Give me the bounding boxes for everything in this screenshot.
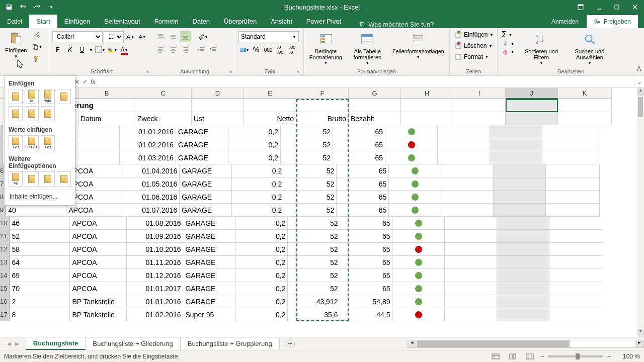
cell[interactable] (558, 112, 612, 125)
fill-color-button[interactable]: ▼ (107, 44, 118, 55)
redo-button[interactable] (32, 2, 42, 12)
cell[interactable]: Zweck (135, 112, 192, 125)
cell[interactable]: 0,2 (232, 191, 284, 204)
cell[interactable]: 52 (281, 151, 333, 164)
cell[interactable] (401, 112, 453, 125)
cell[interactable]: 52 (288, 230, 340, 243)
increase-font-button[interactable]: A▲ (125, 31, 136, 42)
cell[interactable]: 65 (337, 191, 389, 204)
cell[interactable]: 0,2 (232, 164, 284, 177)
cell[interactable] (445, 308, 497, 321)
thousands-format-button[interactable]: 000 (263, 44, 274, 55)
share-button[interactable]: Freigeben (587, 15, 638, 28)
underline-button[interactable]: U (76, 44, 88, 55)
cell[interactable] (542, 151, 596, 164)
accounting-format-button[interactable]: 💶▼ (238, 44, 250, 55)
row-header[interactable]: 12 (0, 243, 10, 256)
tab-daten[interactable]: Daten (185, 15, 217, 28)
cell[interactable] (392, 308, 445, 321)
conditional-formatting-button[interactable]: Bedingte Formatierung▼ (306, 30, 346, 66)
cell[interactable]: 01.05.2016 (123, 177, 180, 191)
cell[interactable]: 0,2 (228, 151, 281, 164)
cell[interactable] (497, 230, 549, 243)
cell[interactable] (453, 112, 506, 125)
number-dialog-launcher[interactable]: ⬊ (295, 69, 300, 74)
format-painter-button[interactable] (31, 53, 43, 64)
cell[interactable] (385, 125, 438, 138)
decrease-font-button[interactable]: A▼ (137, 31, 148, 42)
cell[interactable]: 65 (340, 243, 392, 256)
cell[interactable] (349, 99, 401, 112)
cell[interactable] (441, 164, 494, 177)
cell[interactable]: 52 (288, 269, 340, 282)
paste-transpose-icon[interactable] (41, 106, 55, 121)
cell[interactable]: Ust (192, 112, 244, 125)
paste-keep-source-fmt-icon[interactable] (57, 89, 71, 104)
cell[interactable]: BP Tankstelle (70, 295, 127, 308)
cell[interactable]: 0,2 (235, 269, 288, 282)
autosum-button[interactable]: Σ▼ (500, 30, 516, 39)
cell[interactable]: 01.03.2016 (120, 151, 176, 164)
cell[interactable]: 52 (10, 230, 70, 243)
cell[interactable] (445, 256, 497, 269)
align-middle-button[interactable] (168, 31, 179, 42)
cell[interactable]: GARAGE (176, 125, 228, 138)
qat-customize[interactable]: ▼ (46, 2, 56, 12)
align-center-button[interactable] (168, 44, 179, 55)
row-header[interactable]: 15 (0, 282, 10, 295)
paste-formulas-icon[interactable]: fx (25, 89, 39, 104)
tab-einfuegen[interactable]: Einfügen (57, 15, 97, 28)
cell[interactable] (445, 269, 497, 282)
paste-formatting-icon[interactable]: % (9, 171, 23, 187)
cell[interactable] (497, 269, 549, 282)
cell[interactable]: 01.11.2016 (127, 256, 183, 269)
cell[interactable]: APCOA (70, 256, 127, 269)
bold-button[interactable]: F (52, 44, 63, 55)
cell[interactable]: Brutto (296, 112, 349, 125)
cell[interactable] (549, 269, 603, 282)
cell[interactable] (542, 125, 596, 138)
cell[interactable]: 65 (337, 177, 389, 191)
cell[interactable]: 35,6 (288, 308, 340, 321)
cell[interactable]: 44,5 (340, 308, 392, 321)
tab-ansicht[interactable]: Ansicht (264, 15, 299, 28)
borders-button[interactable]: ▼ (95, 44, 106, 55)
decrease-decimal-button[interactable]: ,00,0 (287, 44, 298, 55)
cell[interactable]: 0,2 (228, 125, 281, 138)
row-header[interactable]: 17 (0, 308, 10, 321)
align-dialog-launcher[interactable]: ⬊ (228, 69, 233, 74)
align-bottom-button[interactable] (180, 31, 191, 42)
cell[interactable]: 58 (10, 243, 70, 256)
cell[interactable]: GARAGE (180, 204, 232, 217)
paste-all-icon[interactable] (9, 89, 23, 104)
cell[interactable]: 01.01.2016 (127, 295, 183, 308)
cell[interactable]: 52 (281, 138, 333, 151)
cell[interactable] (389, 191, 441, 204)
cell[interactable] (392, 269, 445, 282)
cell[interactable] (490, 138, 542, 151)
orientation-button[interactable]: ab▼ (198, 31, 209, 42)
cell[interactable]: 52 (284, 177, 337, 191)
col-header-G[interactable]: G (349, 88, 401, 99)
row-header[interactable]: 14 (0, 269, 10, 282)
cell[interactable]: GARAGE (176, 151, 228, 164)
formula-input[interactable] (99, 78, 634, 85)
cell[interactable] (490, 151, 542, 164)
cell[interactable] (392, 282, 445, 295)
cell[interactable] (445, 282, 497, 295)
cell[interactable]: 69 (10, 269, 70, 282)
find-select-button[interactable]: Suchen und Auswählen▼ (567, 30, 613, 66)
horizontal-scrollbar[interactable]: ◄ ► (408, 340, 644, 348)
cell[interactable] (135, 99, 192, 112)
cell[interactable] (192, 99, 244, 112)
cell[interactable]: 0,2 (235, 295, 288, 308)
undo-button[interactable] (18, 2, 28, 12)
col-header-D[interactable]: D (192, 88, 244, 99)
cell[interactable]: 65 (337, 204, 389, 217)
cell[interactable]: 65 (340, 256, 392, 269)
row-header[interactable]: 10 (0, 217, 10, 230)
format-as-table-button[interactable]: Als Tabelle formatieren▼ (350, 30, 385, 66)
cell[interactable] (438, 138, 490, 151)
sign-in-link[interactable]: Anmelden (551, 18, 579, 25)
cell[interactable] (389, 164, 441, 177)
